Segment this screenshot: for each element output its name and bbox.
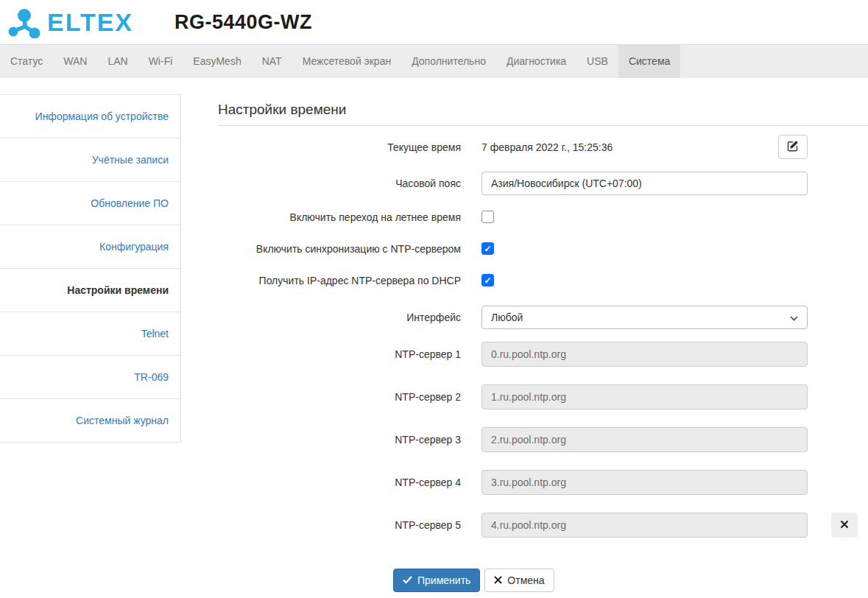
timezone-input[interactable]: [481, 172, 808, 195]
sidebar-item-accounts[interactable]: Учётные записи: [0, 138, 180, 181]
current-time-value: 7 февраля 2022 г., 15:25:36: [481, 141, 613, 153]
tab-status[interactable]: Статус: [0, 45, 53, 78]
ntp-server-2-label: NTP-сервер 2: [218, 391, 461, 403]
ntp-server-row-4: NTP-сервер 4: [218, 470, 868, 495]
interface-select[interactable]: Любой: [481, 306, 808, 329]
chevron-down-icon: [790, 312, 798, 323]
ntp-server-4-input: [481, 470, 808, 495]
tab-wifi[interactable]: Wi-Fi: [138, 45, 183, 78]
dst-label: Включить переход на летнее время: [218, 211, 461, 223]
current-time-label: Текущее время: [218, 141, 461, 153]
timezone-label: Часовой пояс: [218, 177, 461, 189]
tab-wan[interactable]: WAN: [53, 45, 97, 78]
time-settings-page: Настройки времени Текущее время 7 феврал…: [181, 78, 868, 592]
tab-usb[interactable]: USB: [576, 45, 618, 78]
ntp-server-5-label: NTP-сервер 5: [218, 519, 461, 531]
tab-lan[interactable]: LAN: [97, 45, 138, 78]
page-title: Настройки времени: [218, 102, 868, 126]
tab-system[interactable]: Система: [618, 45, 680, 78]
ntp-sync-checkbox[interactable]: [481, 242, 494, 255]
sidebar: Информация об устройствеУчётные записиОб…: [0, 94, 181, 443]
tab-diagnostics[interactable]: Диагностика: [496, 45, 576, 78]
ntp-servers-list: NTP-сервер 1NTP-сервер 2NTP-сервер 3NTP-…: [218, 342, 868, 538]
tab-nat[interactable]: NAT: [252, 45, 292, 78]
edit-time-button[interactable]: [778, 135, 808, 159]
time-settings-form: Текущее время 7 февраля 2022 г., 15:25:3…: [218, 135, 868, 538]
form-actions: Применить Отмена: [393, 569, 868, 592]
ntp-server-row-3: NTP-сервер 3: [218, 427, 868, 452]
ntp-sync-row: Включить синхронизацию с NTP-сервером: [218, 242, 868, 255]
ntp-sync-label: Включить синхронизацию с NTP-сервером: [218, 243, 461, 255]
ntp-server-3-label: NTP-сервер 3: [218, 434, 461, 446]
sidebar-item-telnet[interactable]: Telnet: [0, 312, 180, 355]
x-icon: [840, 520, 849, 531]
main-nav: СтатусWANLANWi-FiEasyMeshNATМежсетевой э…: [0, 44, 868, 78]
eltex-logo: ELTEX: [6, 4, 133, 41]
sidebar-item-time-settings[interactable]: Настройки времени: [0, 268, 180, 312]
sidebar-item-syslog[interactable]: Системный журнал: [0, 398, 180, 443]
cancel-button[interactable]: Отмена: [484, 569, 554, 592]
sidebar-item-configuration[interactable]: Конфигурация: [0, 225, 180, 268]
dst-checkbox[interactable]: [481, 211, 494, 223]
remove-ntp-server-5-button[interactable]: [831, 513, 858, 538]
ntp-server-row-2: NTP-сервер 2: [218, 384, 868, 409]
ntp-server-row-5: NTP-сервер 5: [218, 513, 868, 538]
sidebar-item-device-info[interactable]: Информация об устройстве: [0, 94, 180, 138]
ntp-dhcp-label: Получить IP-адрес NTP-сервера по DHCP: [218, 275, 461, 286]
sidebar-item-tr-069[interactable]: TR-069: [0, 355, 180, 398]
interface-row: Интерфейс Любой: [218, 306, 868, 329]
brand-name: ELTEX: [47, 10, 133, 35]
app-header: ELTEX RG-5440G-WZ: [0, 0, 868, 44]
ntp-server-3-input: [481, 427, 808, 452]
ntp-server-2-input: [481, 384, 808, 409]
dst-row: Включить переход на летнее время: [218, 211, 868, 223]
interface-select-value: Любой: [491, 312, 523, 323]
tab-easymesh[interactable]: EasyMesh: [183, 45, 251, 78]
x-icon: [494, 574, 502, 586]
device-model: RG-5440G-WZ: [174, 11, 312, 34]
ntp-dhcp-checkbox[interactable]: [481, 274, 494, 286]
ntp-server-4-label: NTP-сервер 4: [218, 476, 461, 488]
ntp-server-1-input: [481, 342, 808, 367]
timezone-row: Часовой пояс: [218, 172, 868, 195]
ntp-server-1-label: NTP-сервер 1: [218, 348, 461, 360]
ntp-server-5-input: [481, 513, 808, 538]
cancel-button-label: Отмена: [507, 574, 544, 586]
interface-label: Интерфейс: [218, 312, 461, 323]
ntp-server-row-1: NTP-сервер 1: [218, 342, 868, 367]
ntp-dhcp-row: Получить IP-адрес NTP-сервера по DHCP: [218, 274, 868, 286]
pencil-square-icon: [787, 140, 799, 154]
eltex-molecule-icon: [6, 4, 43, 41]
apply-button[interactable]: Применить: [393, 569, 480, 592]
sidebar-item-fw-update[interactable]: Обновление ПО: [0, 181, 180, 225]
check-icon: [403, 574, 412, 586]
tab-advanced[interactable]: Дополнительно: [401, 45, 496, 78]
tab-firewall[interactable]: Межсетевой экран: [292, 45, 402, 78]
apply-button-label: Применить: [417, 574, 470, 586]
current-time-row: Текущее время 7 февраля 2022 г., 15:25:3…: [218, 135, 868, 159]
